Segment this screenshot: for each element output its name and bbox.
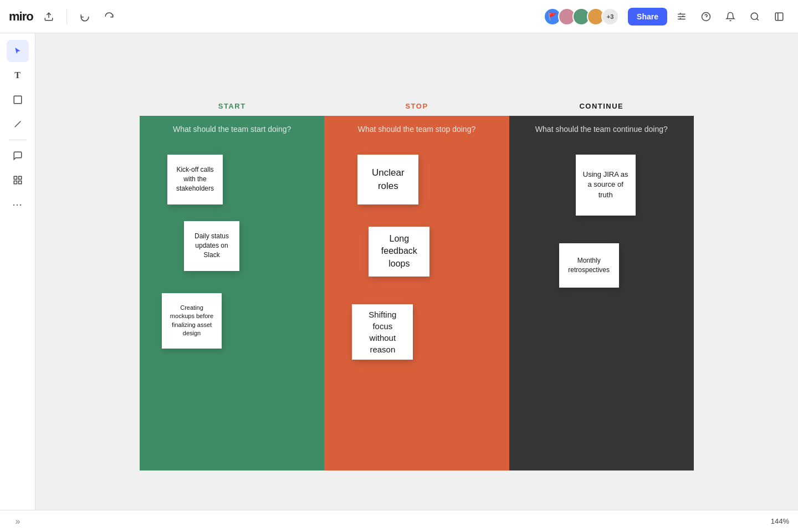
miro-logo: miro <box>9 9 33 24</box>
continue-header: CONTINUE <box>509 95 694 116</box>
svg-rect-14 <box>18 176 21 179</box>
canvas: START STOP CONTINUE What should the team… <box>35 33 798 532</box>
column-headers: START STOP CONTINUE <box>140 95 694 116</box>
avatar-count: +3 <box>601 8 619 25</box>
sticky-mockups[interactable]: Creating mockups before finalizing asset… <box>162 293 222 349</box>
start-subtitle: What should the team start doing? <box>149 125 315 134</box>
sticky-note-tool[interactable] <box>7 89 29 111</box>
line-tool[interactable] <box>7 113 29 135</box>
stop-column: What should the team stop doing? Unclear… <box>324 116 509 470</box>
svg-rect-13 <box>14 176 17 179</box>
stop-header: STOP <box>324 95 509 116</box>
header-divider <box>66 9 67 24</box>
help-button[interactable] <box>696 7 716 27</box>
bottom-bar: » 144% <box>0 510 798 532</box>
frame-tool[interactable] <box>7 169 29 191</box>
svg-line-12 <box>14 121 21 127</box>
sticky-kickoff[interactable]: Kick-off calls with the stakeholders <box>167 155 223 204</box>
svg-rect-15 <box>14 181 17 184</box>
sticky-shifting[interactable]: Shifting focus without reason <box>352 304 413 360</box>
continue-column: What should the team continue doing? Usi… <box>509 116 694 470</box>
continue-subtitle: What should the team continue doing? <box>518 125 685 134</box>
sticky-jira[interactable]: Using JIRA as a source of truth <box>576 155 636 216</box>
redo-button[interactable] <box>100 8 118 25</box>
left-toolbar: T ··· <box>0 33 35 532</box>
avatars-group: 🚩 +3 <box>544 8 619 25</box>
start-column: What should the team start doing? Kick-o… <box>140 116 324 470</box>
upload-button[interactable] <box>40 8 58 25</box>
toolbar-divider <box>9 140 27 140</box>
header: miro 🚩 +3 Share <box>0 0 798 33</box>
expand-panel-button[interactable]: » <box>9 513 27 530</box>
columns-container: What should the team start doing? Kick-o… <box>140 116 694 470</box>
sticky-retro[interactable]: Monthly retrospectives <box>559 243 619 288</box>
undo-button[interactable] <box>76 8 94 25</box>
comment-tool[interactable] <box>7 145 29 167</box>
panel-button[interactable] <box>769 7 789 27</box>
share-button[interactable]: Share <box>628 8 667 25</box>
svg-point-7 <box>751 13 758 19</box>
svg-rect-11 <box>14 96 22 104</box>
more-tools[interactable]: ··· <box>7 193 29 216</box>
sticky-feedback[interactable]: Long feedback loops <box>369 227 429 277</box>
header-right: 🚩 +3 Share <box>544 7 789 27</box>
svg-rect-16 <box>18 181 21 184</box>
sticky-daily[interactable]: Daily status updates on Slack <box>184 221 239 271</box>
sticky-unclear[interactable]: Unclear roles <box>357 155 418 204</box>
settings-button[interactable] <box>672 7 692 27</box>
svg-rect-9 <box>775 13 783 21</box>
stop-subtitle: What should the team stop doing? <box>333 125 500 134</box>
zoom-level: 144% <box>771 517 789 525</box>
cursor-tool[interactable] <box>7 40 29 62</box>
header-left: miro <box>9 8 118 25</box>
text-tool[interactable]: T <box>7 64 29 86</box>
retro-board: START STOP CONTINUE What should the team… <box>140 95 694 470</box>
svg-line-8 <box>756 18 758 20</box>
search-button[interactable] <box>745 7 765 27</box>
start-header: START <box>140 95 324 116</box>
notifications-button[interactable] <box>720 7 740 27</box>
